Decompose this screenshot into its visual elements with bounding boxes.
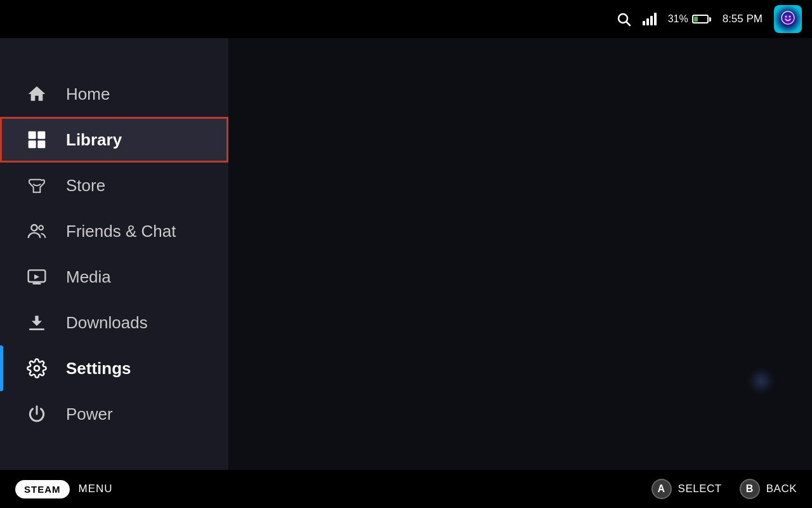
sidebar-downloads-label: Downloads (66, 313, 148, 333)
sidebar-settings-label: Settings (66, 359, 131, 378)
sidebar-item-settings[interactable]: Settings (0, 345, 228, 391)
sidebar-item-home[interactable]: Home (0, 71, 228, 117)
media-icon (25, 265, 48, 288)
settings-icon (25, 357, 48, 380)
sidebar-item-friends[interactable]: Friends & Chat (0, 208, 228, 254)
select-label: SELECT (678, 483, 722, 495)
svg-point-7 (789, 16, 790, 17)
sidebar-item-library[interactable]: Library (0, 117, 228, 163)
avatar[interactable] (774, 5, 802, 33)
svg-rect-10 (29, 140, 36, 148)
decorative-glow (749, 368, 774, 394)
back-label: BACK (766, 483, 797, 495)
battery-icon (692, 15, 711, 23)
back-action: B BACK (740, 479, 797, 499)
sidebar-item-power[interactable]: Power (0, 391, 228, 437)
b-button[interactable]: B (740, 479, 760, 499)
downloads-icon (25, 311, 48, 334)
sidebar: Home Library Store (0, 38, 228, 470)
battery-indicator: 31% (668, 13, 711, 25)
svg-rect-11 (37, 140, 45, 148)
svg-point-18 (34, 366, 39, 371)
svg-rect-8 (29, 131, 36, 139)
sidebar-item-downloads[interactable]: Downloads (0, 300, 228, 345)
a-button[interactable]: A (652, 479, 672, 499)
bottom-actions-group: A SELECT B BACK (652, 479, 797, 499)
sidebar-power-label: Power (66, 404, 113, 424)
select-action: A SELECT (652, 479, 722, 499)
svg-rect-9 (37, 131, 45, 139)
bottom-bar: STEAM MENU A SELECT B BACK (0, 470, 812, 508)
store-icon (25, 174, 48, 197)
svg-line-1 (626, 22, 630, 26)
battery-percent-label: 31% (668, 13, 688, 25)
sidebar-item-media[interactable]: Media (0, 254, 228, 300)
svg-rect-2 (774, 5, 802, 33)
top-bar: 31% 8:55 PM (0, 0, 812, 38)
power-icon (25, 403, 48, 425)
search-icon[interactable] (616, 11, 631, 27)
sidebar-home-label: Home (66, 84, 110, 104)
time-display: 8:55 PM (723, 13, 763, 25)
sidebar-friends-label: Friends & Chat (66, 222, 176, 241)
home-icon (25, 83, 48, 105)
svg-point-12 (31, 225, 37, 231)
sidebar-media-label: Media (66, 267, 111, 287)
svg-point-13 (39, 225, 43, 230)
sidebar-store-label: Store (66, 176, 105, 196)
main-content (228, 38, 812, 470)
steam-menu-group: STEAM MENU (15, 480, 113, 498)
library-icon (25, 128, 48, 151)
svg-point-6 (785, 16, 787, 17)
sidebar-library-label: Library (66, 130, 122, 150)
friends-icon (25, 220, 48, 243)
sidebar-item-store[interactable]: Store (0, 163, 228, 208)
signal-icon (643, 13, 657, 25)
steam-button[interactable]: STEAM (15, 480, 70, 498)
menu-label: MENU (79, 483, 113, 495)
